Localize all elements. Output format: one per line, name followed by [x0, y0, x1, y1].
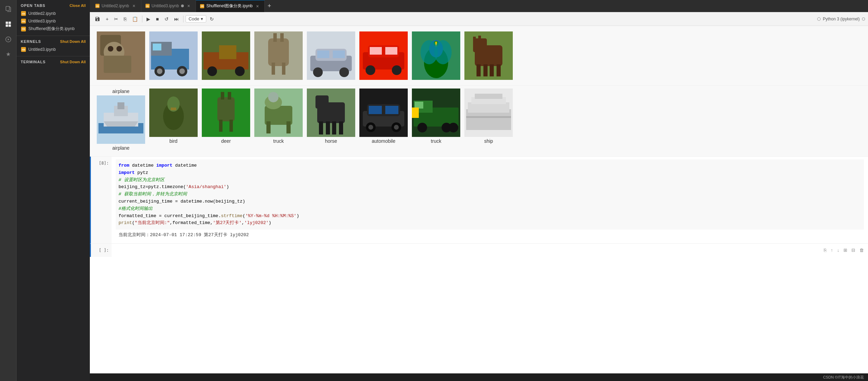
- svg-rect-61: [478, 36, 481, 41]
- kernel-status-circle: [817, 17, 821, 21]
- svg-rect-58: [490, 64, 494, 76]
- img-label-ship-text: ship: [484, 138, 493, 144]
- image-cell-8: [464, 31, 513, 80]
- image-grid-row2: airplane airplane: [90, 86, 868, 157]
- image-cell-2-3: deer: [202, 89, 250, 151]
- extensions-icon[interactable]: [2, 48, 15, 61]
- stop-button[interactable]: ■: [154, 15, 161, 23]
- cell-insert-btn[interactable]: ⊞: [842, 247, 849, 253]
- svg-point-10: [108, 46, 113, 52]
- svg-rect-4: [8, 25, 11, 27]
- cell-number-8: [8]:: [91, 157, 112, 243]
- copy-button[interactable]: ⎘: [122, 15, 129, 23]
- img-label-truck2-text: truck: [431, 138, 441, 144]
- panel-sidebar: OPEN TABS Close All nb Untitled2.ipynb n…: [17, 0, 90, 381]
- cell-body-8[interactable]: from datetime import datetime import pyt…: [112, 157, 868, 243]
- sidebar-kernel-untitled3[interactable]: nb Untitled3.ipynb: [17, 46, 90, 53]
- kernel-status-icon: [862, 17, 865, 21]
- code-line-4: beijing_tz=pytz.timezone('Asia/shanghai'…: [119, 184, 861, 191]
- tab-close-3[interactable]: ×: [255, 3, 260, 10]
- svg-rect-111: [475, 94, 502, 99]
- svg-rect-3: [6, 25, 8, 27]
- tab-untitled3[interactable]: nb Untitled3.ipynb ×: [141, 0, 196, 12]
- svg-rect-36: [333, 50, 345, 58]
- cell-type-chevron: ▾: [201, 16, 203, 21]
- image-2: [149, 31, 198, 80]
- cell-delete-btn[interactable]: 🗑: [858, 247, 865, 253]
- code-block-8: from datetime import datetime import pyt…: [116, 159, 864, 230]
- notebook-icon-1: nb: [21, 11, 26, 16]
- svg-point-25: [235, 66, 245, 76]
- svg-rect-2: [8, 22, 11, 24]
- cell-move-up-btn[interactable]: ↑: [829, 247, 834, 253]
- image-3: [202, 31, 250, 80]
- image-row-2: airplane airplane: [97, 89, 861, 151]
- svg-rect-94: [385, 106, 398, 114]
- add-tab-button[interactable]: +: [265, 0, 274, 12]
- tabs-icon[interactable]: [2, 18, 15, 30]
- svg-point-44: [366, 65, 375, 75]
- image-cell-5: [307, 31, 355, 80]
- svg-point-38: [339, 67, 349, 77]
- tab-icon-2: nb: [145, 4, 150, 8]
- sidebar-tab-label-2: Untitled3.ipynb: [28, 19, 56, 24]
- paste-button[interactable]: 📋: [130, 15, 140, 23]
- tab-icon-3: nb: [200, 4, 204, 8]
- svg-rect-66: [117, 102, 124, 109]
- shut-down-all-kernels-button[interactable]: Shut Down All: [60, 39, 86, 44]
- notebook-icon-kernel: nb: [21, 47, 26, 52]
- sidebar: OPEN TABS Close All nb Untitled2.ipynb n…: [0, 0, 90, 381]
- svg-rect-35: [317, 50, 329, 58]
- svg-rect-59: [497, 64, 501, 76]
- image-2-7: [412, 89, 460, 137]
- cell-merge-btn[interactable]: ⊟: [850, 247, 857, 253]
- image-2-6: [359, 89, 408, 137]
- cell-type-select[interactable]: Code ▾: [186, 15, 206, 22]
- sidebar-tab-untitled3[interactable]: nb Untitled3.ipynb: [17, 17, 90, 25]
- bottom-bar-text: CSDN ©IT海中的小浪花: [823, 375, 864, 380]
- tab-untitled2[interactable]: nb Untitled2.ipynb ×: [91, 0, 141, 12]
- svg-point-52: [434, 40, 452, 64]
- tab-shufflenet[interactable]: nb Shufflenet图像分类.ipynb ×: [196, 0, 265, 12]
- svg-rect-112: [466, 116, 511, 118]
- svg-rect-60: [473, 37, 476, 43]
- fast-forward-button[interactable]: ⏭: [172, 15, 181, 23]
- svg-rect-75: [219, 120, 223, 132]
- svg-rect-89: [339, 121, 343, 134]
- image-7: [412, 31, 460, 80]
- save-button[interactable]: [93, 15, 102, 23]
- image-cell-2: [149, 31, 198, 80]
- code-line-1: from datetime import datetime: [119, 162, 861, 169]
- img-label-automobile-text: automobile: [372, 138, 396, 144]
- svg-rect-73: [221, 92, 224, 100]
- svg-rect-12: [104, 56, 131, 73]
- notebook-icon-3: nb: [21, 26, 26, 32]
- cell-copy-btn[interactable]: ⎘: [822, 247, 828, 253]
- run-button[interactable]: ▶: [144, 15, 152, 23]
- svg-rect-27: [268, 38, 289, 66]
- run-icon[interactable]: [2, 33, 15, 46]
- svg-rect-30: [272, 63, 275, 75]
- img-label-airplane: airplane: [112, 89, 130, 94]
- tab-close-2[interactable]: ×: [186, 2, 191, 9]
- restart-button[interactable]: ↺: [162, 15, 171, 23]
- svg-point-24: [207, 66, 217, 76]
- svg-rect-87: [326, 121, 330, 134]
- sidebar-tab-untitled2[interactable]: nb Untitled2.ipynb: [17, 10, 90, 17]
- cell-move-down-btn[interactable]: ↓: [836, 247, 841, 253]
- tab-close-1[interactable]: ×: [131, 2, 136, 9]
- empty-cell-input[interactable]: [116, 248, 818, 253]
- refresh-button[interactable]: ↻: [208, 15, 216, 23]
- cut-button[interactable]: ✂: [112, 15, 120, 23]
- shut-down-all-terminals-button[interactable]: Shut Down All: [60, 60, 86, 64]
- add-cell-button[interactable]: +: [104, 15, 111, 23]
- close-all-button[interactable]: Close All: [69, 3, 86, 8]
- image-1: [97, 31, 145, 80]
- bottom-bar: CSDN ©IT海中的小浪花: [90, 373, 868, 381]
- svg-rect-88: [332, 121, 336, 134]
- empty-cell-body[interactable]: [112, 244, 822, 257]
- tab-icon-1: nb: [95, 4, 100, 8]
- sidebar-tab-shufflenet[interactable]: nb Shufflenet图像分类.ipynb: [17, 25, 90, 33]
- files-icon[interactable]: [2, 3, 15, 15]
- image-cell-6: [359, 31, 408, 80]
